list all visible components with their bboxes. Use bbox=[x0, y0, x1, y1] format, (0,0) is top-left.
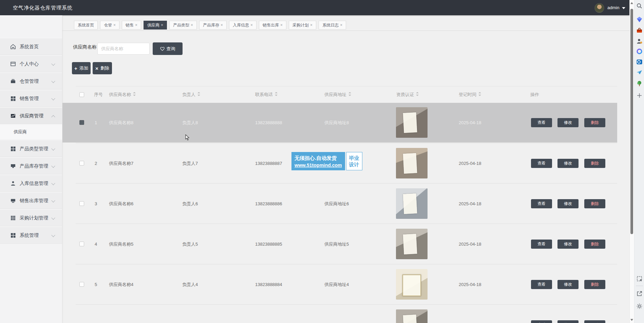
sidebar-item-home[interactable]: 系统首页 bbox=[0, 38, 62, 55]
sidebar-item-system-mgmt[interactable]: 系统管理 bbox=[0, 227, 62, 244]
edit-button[interactable]: 修改 bbox=[557, 159, 579, 168]
tab-purchase-plan[interactable]: 采购计划× bbox=[289, 21, 316, 30]
delete-button[interactable]: ×删除 bbox=[93, 62, 112, 74]
sidebar-item-purchase-plan-mgmt[interactable]: 采购计划管理 bbox=[0, 209, 62, 226]
sort-icon[interactable] bbox=[133, 92, 135, 96]
col-header-phone[interactable]: 联系电话 bbox=[255, 87, 277, 102]
sort-icon[interactable] bbox=[197, 92, 200, 96]
close-icon[interactable]: × bbox=[161, 23, 163, 27]
close-icon[interactable]: × bbox=[340, 23, 342, 27]
monitor-icon bbox=[10, 163, 16, 169]
tab-system-home[interactable]: 系统首页 bbox=[74, 21, 98, 30]
col-header-cert[interactable]: 资质认证 bbox=[396, 87, 418, 102]
row-checkbox[interactable] bbox=[79, 282, 84, 287]
screenshot-capture-icon[interactable] bbox=[636, 276, 643, 282]
row-checkbox[interactable] bbox=[79, 201, 84, 206]
sidebar-item-personal-center[interactable]: 个人中心 bbox=[0, 55, 62, 72]
close-icon[interactable]: × bbox=[280, 23, 283, 27]
copilot-icon[interactable] bbox=[636, 48, 643, 55]
col-header-date[interactable]: 登记时间 bbox=[459, 87, 481, 102]
tab-inbound-info[interactable]: 入库信息× bbox=[229, 21, 257, 30]
close-icon[interactable]: × bbox=[310, 23, 312, 27]
col-header-owner[interactable]: 负责人 bbox=[182, 87, 200, 102]
view-button[interactable]: 查看 bbox=[531, 159, 552, 168]
sort-icon[interactable] bbox=[478, 92, 481, 96]
app-window: 空气净化器仓库管理系统 admin 系统首页 个人中心 仓管管理 销售管理 供应… bbox=[0, 0, 644, 323]
cell-owner: 负责人5 bbox=[182, 224, 198, 264]
col-header-address[interactable]: 供应商地址 bbox=[324, 87, 351, 102]
tab-sales[interactable]: 销售× bbox=[122, 21, 141, 30]
add-sidebar-icon[interactable] bbox=[636, 92, 643, 99]
view-button[interactable]: 查看 bbox=[531, 320, 552, 323]
view-button[interactable]: 查看 bbox=[531, 199, 552, 208]
col-header-name[interactable]: 供应商名称 bbox=[109, 87, 135, 102]
tab-product-stock[interactable]: 产品库存× bbox=[199, 21, 227, 30]
row-checkbox[interactable] bbox=[79, 120, 84, 125]
delete-row-button[interactable]: 删除 bbox=[584, 199, 605, 208]
close-icon[interactable]: × bbox=[135, 23, 137, 27]
delete-row-button[interactable]: 删除 bbox=[584, 280, 605, 289]
sort-icon[interactable] bbox=[416, 92, 418, 96]
view-button[interactable]: 查看 bbox=[531, 118, 552, 127]
edit-button[interactable]: 修改 bbox=[557, 118, 579, 127]
row-checkbox[interactable] bbox=[79, 242, 84, 246]
search-icon[interactable] bbox=[636, 3, 643, 9]
edit-button[interactable]: 修改 bbox=[557, 199, 579, 208]
delete-row-button[interactable]: 删除 bbox=[584, 159, 605, 168]
add-button[interactable]: +添加 bbox=[72, 62, 91, 74]
delete-row-button[interactable]: 删除 bbox=[584, 320, 605, 323]
table-row: 1 供应商名称8 负责人8 13823888888 供应商地址8 2025-04… bbox=[76, 102, 617, 143]
tab-system-log[interactable]: 系统日志× bbox=[319, 21, 346, 30]
sidebar-item-sales-outbound-mgmt[interactable]: 销售出库管理 bbox=[0, 192, 62, 209]
delete-row-button[interactable]: 删除 bbox=[584, 118, 605, 127]
user-menu[interactable]: admin bbox=[607, 0, 619, 15]
sidebar-item-warehouse-mgmt[interactable]: 仓管管理 bbox=[0, 73, 62, 90]
certificate-image[interactable] bbox=[396, 229, 428, 259]
scroll-up-arrow[interactable] bbox=[630, 2, 633, 4]
certificate-image[interactable] bbox=[396, 269, 428, 300]
sidebar-item-inbound-info-mgmt[interactable]: 入库信息管理 bbox=[0, 175, 62, 192]
sidebar-subitem-supplier[interactable]: 供应商 bbox=[0, 124, 62, 140]
delete-row-button[interactable]: 删除 bbox=[584, 240, 605, 249]
close-icon[interactable]: × bbox=[221, 23, 223, 27]
scrollbar-thumb[interactable] bbox=[630, 9, 633, 234]
close-icon[interactable]: × bbox=[250, 23, 253, 27]
edit-button[interactable]: 修改 bbox=[557, 240, 579, 249]
vertical-scrollbar[interactable] bbox=[629, 0, 634, 323]
sort-icon[interactable] bbox=[348, 92, 351, 96]
toolbox-icon[interactable] bbox=[636, 27, 643, 34]
gear-icon[interactable] bbox=[636, 303, 643, 309]
sidebar-item-supplier-mgmt[interactable]: 供应商管理 bbox=[0, 107, 62, 124]
row-checkbox[interactable] bbox=[79, 161, 84, 166]
paper-plane-icon[interactable] bbox=[636, 69, 643, 76]
close-icon[interactable]: × bbox=[191, 23, 193, 27]
shopping-gem-icon[interactable] bbox=[636, 16, 643, 23]
certificate-image[interactable] bbox=[396, 148, 428, 178]
certificate-image[interactable] bbox=[396, 188, 428, 219]
sidebar-item-product-type-mgmt[interactable]: 产品类型管理 bbox=[0, 140, 62, 157]
tree-icon[interactable] bbox=[636, 80, 643, 87]
profile-icon[interactable] bbox=[636, 38, 643, 44]
sidebar-item-product-stock-mgmt[interactable]: 产品库存管理 bbox=[0, 157, 62, 174]
tab-sales-outbound[interactable]: 销售出库× bbox=[259, 21, 286, 30]
outlook-icon[interactable] bbox=[636, 59, 643, 65]
sidebar-item-sales-mgmt[interactable]: 销售管理 bbox=[0, 90, 62, 107]
tab-product-type[interactable]: 产品类型× bbox=[169, 21, 197, 30]
chevron-down-icon[interactable] bbox=[622, 7, 625, 9]
select-all-checkbox[interactable] bbox=[79, 92, 84, 97]
certificate-image[interactable] bbox=[396, 107, 428, 138]
query-button[interactable]: 查询 bbox=[153, 42, 183, 55]
sort-icon[interactable] bbox=[274, 92, 277, 96]
supplier-name-input[interactable] bbox=[97, 43, 150, 55]
tab-supplier[interactable]: 供应商× bbox=[144, 21, 167, 30]
certificate-image[interactable] bbox=[396, 309, 428, 323]
user-avatar[interactable] bbox=[594, 3, 604, 13]
external-link-icon[interactable] bbox=[636, 290, 643, 297]
edit-button[interactable]: 修改 bbox=[557, 320, 579, 323]
edit-button[interactable]: 修改 bbox=[557, 280, 579, 289]
view-button[interactable]: 查看 bbox=[531, 240, 552, 249]
scroll-down-arrow[interactable] bbox=[630, 319, 633, 321]
view-button[interactable]: 查看 bbox=[531, 280, 552, 289]
close-icon[interactable]: × bbox=[113, 23, 116, 27]
tab-warehouse[interactable]: 仓管× bbox=[100, 21, 119, 30]
